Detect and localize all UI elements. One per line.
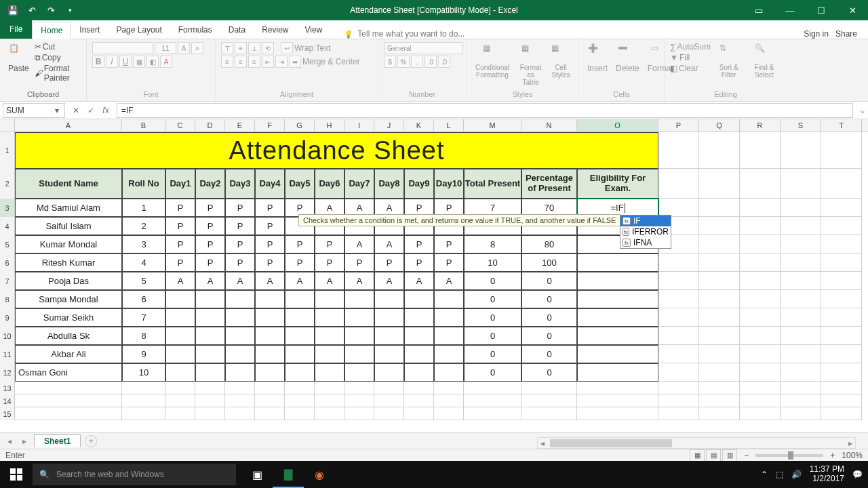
empty-cell[interactable] — [740, 199, 781, 217]
name-box[interactable]: SUM▾ — [3, 103, 65, 118]
expand-formula-bar-icon[interactable]: ⌄ — [857, 106, 868, 115]
empty-cell[interactable] — [404, 382, 434, 394]
day-cell[interactable] — [404, 290, 434, 308]
day-cell[interactable] — [344, 308, 374, 327]
column-header[interactable]: D — [195, 119, 225, 131]
percentage-cell[interactable]: 0 — [521, 327, 577, 345]
empty-cell[interactable] — [195, 407, 225, 420]
column-header[interactable]: E — [225, 119, 255, 131]
total-cell[interactable]: 0 — [464, 272, 521, 290]
empty-cell[interactable] — [781, 235, 821, 253]
row-header[interactable]: 11 — [0, 345, 15, 363]
empty-cell[interactable] — [658, 253, 699, 272]
enter-formula-button[interactable]: ✓ — [84, 106, 98, 115]
eligibility-cell[interactable] — [577, 363, 658, 382]
day-cell[interactable]: P — [225, 199, 255, 217]
day-cell[interactable]: A — [195, 272, 225, 290]
row-header[interactable]: 9 — [0, 308, 15, 327]
empty-cell[interactable] — [781, 382, 821, 394]
autocomplete-item[interactable]: fxIFERROR — [620, 226, 671, 237]
increase-decimal-icon[interactable]: .0 — [425, 56, 437, 68]
empty-cell[interactable] — [122, 407, 165, 420]
day-cell[interactable]: P — [195, 217, 225, 235]
empty-cell[interactable] — [821, 345, 862, 363]
day-cell[interactable]: P — [225, 217, 255, 235]
empty-cell[interactable] — [821, 363, 862, 382]
day-cell[interactable] — [225, 363, 255, 382]
student-name-cell[interactable]: Md Samiul Alam — [15, 199, 122, 217]
taskbar-search[interactable]: 🔍Search the web and Windows — [33, 464, 236, 485]
day-cell[interactable]: P — [225, 235, 255, 253]
column-header[interactable]: H — [315, 119, 344, 131]
percentage-cell[interactable]: 0 — [521, 308, 577, 327]
day-cell[interactable] — [434, 308, 464, 327]
total-cell[interactable]: 0 — [464, 345, 521, 363]
day-cell[interactable]: A — [374, 272, 404, 290]
empty-cell[interactable] — [740, 345, 781, 363]
empty-cell[interactable] — [521, 407, 577, 420]
zoom-in-button[interactable]: + — [830, 451, 835, 460]
empty-cell[interactable] — [434, 382, 464, 394]
column-header[interactable]: A — [15, 119, 122, 131]
empty-cell[interactable] — [699, 382, 740, 394]
font-size-dropdown[interactable]: 11 — [155, 42, 176, 54]
day-cell[interactable]: P — [255, 253, 285, 272]
delete-cells-button[interactable]: ➖Delete — [613, 42, 642, 75]
column-header[interactable]: Q — [699, 119, 740, 131]
day-cell[interactable] — [315, 345, 344, 363]
empty-cell[interactable] — [821, 217, 862, 235]
empty-cell[interactable] — [315, 407, 344, 420]
autocomplete-item[interactable]: fxIFNA — [620, 237, 671, 248]
empty-cell[interactable] — [699, 345, 740, 363]
empty-cell[interactable] — [699, 132, 740, 169]
day-cell[interactable] — [195, 363, 225, 382]
day-cell[interactable] — [285, 308, 315, 327]
day-cell[interactable] — [255, 345, 285, 363]
day-cell[interactable] — [225, 308, 255, 327]
formula-bar[interactable]: =IF — [117, 103, 853, 118]
clear-button[interactable]: ◧Clear — [670, 64, 711, 73]
roll-cell[interactable]: 3 — [122, 235, 165, 253]
empty-cell[interactable] — [434, 394, 464, 407]
undo-icon[interactable]: ↶ — [23, 1, 41, 19]
empty-cell[interactable] — [821, 235, 862, 253]
column-header[interactable]: I — [344, 119, 374, 131]
student-name-cell[interactable]: Sumar Seikh — [15, 308, 122, 327]
tray-clock[interactable]: 11:37 PM1/2/2017 — [810, 465, 844, 484]
day-cell[interactable]: A — [165, 272, 195, 290]
total-cell[interactable]: 0 — [464, 308, 521, 327]
day-cell[interactable] — [285, 345, 315, 363]
day-cell[interactable]: P — [434, 235, 464, 253]
empty-cell[interactable] — [821, 272, 862, 290]
day-cell[interactable]: P — [165, 235, 195, 253]
empty-cell[interactable] — [781, 363, 821, 382]
sort-filter-button[interactable]: ⇅Sort & Filter — [713, 42, 745, 80]
tell-me-search[interactable]: Tell me what you want to do... — [344, 29, 465, 39]
share-button[interactable]: Share — [835, 29, 857, 39]
day-cell[interactable] — [165, 290, 195, 308]
zoom-slider[interactable] — [755, 454, 823, 457]
empty-cell[interactable] — [699, 169, 740, 199]
day-cell[interactable] — [285, 327, 315, 345]
align-top-icon[interactable]: ⊤ — [221, 42, 233, 54]
save-icon[interactable]: 💾 — [4, 1, 22, 19]
empty-cell[interactable] — [821, 132, 862, 169]
empty-cell[interactable] — [699, 235, 740, 253]
tray-chevron-up-icon[interactable]: ⌃ — [761, 470, 768, 479]
minimize-button[interactable]: — — [774, 0, 806, 20]
total-cell[interactable]: 0 — [464, 290, 521, 308]
empty-cell[interactable] — [821, 382, 862, 394]
chevron-down-icon[interactable]: ▾ — [51, 106, 62, 115]
roll-cell[interactable]: 1 — [122, 199, 165, 217]
empty-cell[interactable] — [15, 382, 122, 394]
column-header[interactable]: N — [521, 119, 577, 131]
row-header[interactable]: 10 — [0, 327, 15, 345]
taskbar-app-icon[interactable]: ◉ — [304, 461, 335, 488]
column-header[interactable]: L — [434, 119, 464, 131]
day-cell[interactable]: A — [404, 272, 434, 290]
eligibility-cell[interactable] — [577, 345, 658, 363]
tab-review[interactable]: Review — [254, 21, 296, 39]
day-cell[interactable]: P — [255, 235, 285, 253]
empty-cell[interactable] — [740, 308, 781, 327]
empty-cell[interactable] — [165, 382, 195, 394]
